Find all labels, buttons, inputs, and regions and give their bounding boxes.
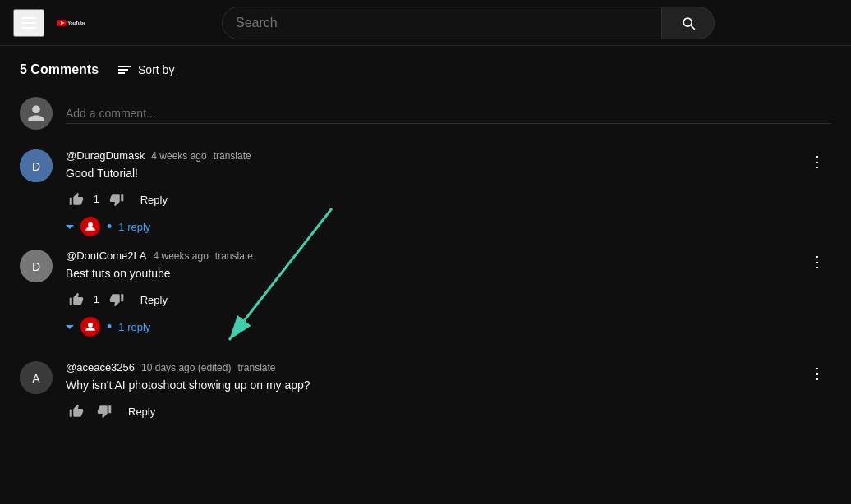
more-options-3[interactable]: ⋮: [803, 361, 831, 386]
sort-by-label: Sort by: [138, 63, 174, 76]
comment-meta-1: @DuragDumask 4 weeks ago translate: [66, 149, 831, 162]
comment-time-1: 4 weeks ago: [151, 150, 206, 162]
search-input[interactable]: [236, 16, 648, 30]
comment-translate-2[interactable]: translate: [215, 250, 253, 262]
comment-actions-1: 1 Reply: [66, 189, 831, 210]
comment-item: D @DuragDumask 4 weeks ago translate Goo…: [20, 149, 831, 236]
reply-count-2: 1 reply: [118, 321, 150, 333]
yt-logo-icon: YouTube: [58, 13, 85, 33]
dot-2: •: [107, 319, 112, 334]
comment-body-2: @DontCome2LA 4 weeks ago translate Best …: [66, 250, 831, 337]
thumbs-down-icon-1: [109, 192, 124, 207]
like-count-1: 1: [94, 194, 99, 205]
comment-body-3: @aceace3256 10 days ago (edited) transla…: [66, 361, 831, 422]
more-options-1[interactable]: ⋮: [803, 149, 831, 174]
comments-header: 5 Comments Sort by: [20, 62, 831, 77]
svg-point-5: [88, 222, 93, 227]
chevron-down-icon-1: [66, 225, 74, 229]
search-input-wrapper: [222, 7, 662, 39]
sort-by-button[interactable]: Sort by: [118, 63, 174, 76]
comment-actions-3: Reply: [66, 401, 831, 422]
youtube-logo[interactable]: YouTube: [58, 13, 85, 33]
reply-button-1[interactable]: Reply: [134, 190, 174, 209]
replies-toggle-2[interactable]: • 1 reply: [66, 317, 831, 337]
dot-1: •: [107, 219, 112, 234]
search-bar: [222, 7, 715, 39]
comment-translate-1[interactable]: translate: [214, 150, 251, 162]
thumbs-up-icon-2: [69, 292, 84, 307]
like-button-3[interactable]: [66, 401, 87, 422]
reply-avatar-icon-1: [85, 221, 96, 232]
header: YouTube: [0, 0, 851, 46]
comment-item-3: A @aceace3256 10 days ago (edited) trans…: [20, 361, 831, 422]
comment-body-1: @DuragDumask 4 weeks ago translate Good …: [66, 149, 831, 236]
reply-button-2[interactable]: Reply: [134, 291, 174, 309]
comment-author-1[interactable]: @DuragDumask: [66, 149, 145, 162]
comment-text-1: Good Tutorial!: [66, 165, 831, 182]
svg-text:D: D: [32, 160, 40, 173]
search-button[interactable]: [662, 7, 715, 39]
svg-point-8: [88, 323, 93, 328]
hamburger-menu[interactable]: [13, 9, 44, 37]
comment-meta-3: @aceace3256 10 days ago (edited) transla…: [66, 361, 831, 373]
comment-text-2: Best tuts on youtube: [66, 265, 831, 282]
avatar-icon-2: D: [20, 250, 53, 282]
comments-count: 5 Comments: [20, 62, 99, 77]
reply-avatar-2: [80, 317, 100, 337]
svg-text:A: A: [32, 372, 40, 385]
add-comment-row: [20, 97, 831, 130]
comment-time-3: 10 days ago (edited): [141, 362, 231, 373]
comment-text-3: Why isn't AI photoshoot showing up on my…: [66, 377, 831, 394]
search-icon: [680, 15, 697, 31]
sort-icon: [118, 66, 131, 74]
dislike-button-3[interactable]: [94, 401, 115, 422]
thumbs-down-icon-2: [109, 292, 124, 307]
thumbs-down-icon-3: [97, 404, 112, 419]
comment-avatar-1: D: [20, 149, 53, 182]
comment-time-2: 4 weeks ago: [153, 250, 208, 262]
svg-text:D: D: [32, 260, 40, 273]
thumbs-up-icon-1: [69, 192, 84, 207]
dislike-button-2[interactable]: [106, 289, 127, 310]
main-content: 5 Comments Sort by D @DuragDumask: [0, 46, 851, 455]
dislike-button-1[interactable]: [106, 189, 127, 210]
avatar-icon-1: D: [20, 149, 53, 182]
comment-meta-2: @DontCome2LA 4 weeks ago translate: [66, 250, 831, 262]
user-avatar: [20, 97, 53, 130]
user-icon: [26, 103, 46, 123]
reply-count-1: 1 reply: [118, 221, 150, 233]
like-button-1[interactable]: [66, 189, 87, 210]
replies-toggle-1[interactable]: • 1 reply: [66, 217, 831, 236]
like-count-2: 1: [94, 294, 99, 305]
reply-avatar-1: [80, 217, 100, 236]
more-options-2[interactable]: ⋮: [803, 250, 831, 274]
svg-text:YouTube: YouTube: [67, 20, 85, 25]
reply-avatar-icon-2: [85, 321, 96, 332]
comment-actions-2: 1 Reply: [66, 289, 831, 310]
like-button-2[interactable]: [66, 289, 87, 310]
chevron-down-icon-2: [66, 325, 74, 329]
comment-author-3[interactable]: @aceace3256: [66, 361, 135, 373]
reply-button-3[interactable]: Reply: [122, 402, 162, 421]
comment-item-2: D @DontCome2LA 4 weeks ago translate Bes…: [20, 250, 831, 337]
comment-input[interactable]: [66, 103, 831, 124]
avatar-icon-3: A: [20, 361, 53, 394]
thumbs-up-icon-3: [69, 404, 84, 419]
comment-avatar-2: D: [20, 250, 53, 282]
comment-author-2[interactable]: @DontCome2LA: [66, 250, 146, 262]
comment-translate-3[interactable]: translate: [237, 362, 275, 373]
comment-avatar-3: A: [20, 361, 53, 394]
